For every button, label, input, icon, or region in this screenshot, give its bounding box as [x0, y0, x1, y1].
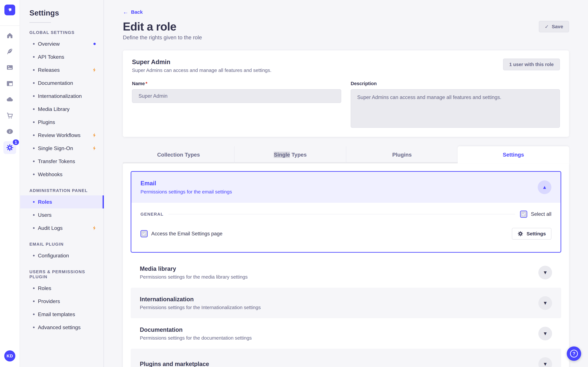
page-subtitle: Define the rights given to the role [123, 34, 569, 41]
section-label-global-settings: GLOBAL SETTINGS [29, 30, 95, 35]
name-input[interactable]: Super Admin [132, 89, 341, 103]
logo-section [0, 0, 20, 26]
sidebar-item-advanced-settings[interactable]: Advanced settings [20, 321, 104, 334]
expand-toggle-button[interactable]: ▼ [538, 296, 552, 310]
question-mark-icon: ? [570, 350, 578, 358]
sidebar-item-releases[interactable]: Releases [20, 63, 104, 76]
svg-text:i: i [9, 129, 10, 133]
expand-toggle-button[interactable]: ▼ [538, 357, 552, 367]
strapi-admin-screen: i 1 KD [0, 0, 588, 367]
select-all-checkbox[interactable] [520, 211, 527, 218]
general-section-label: GENERAL [140, 212, 164, 217]
sidebar-item-audit-logs[interactable]: Audit Logs [20, 222, 104, 234]
sidebar-item-plugins[interactable]: Plugins [20, 116, 104, 129]
info-icon[interactable]: i [6, 128, 14, 135]
permission-label: Access the Email Settings page [151, 231, 223, 237]
sidebar-item-transfer-tokens[interactable]: Transfer Tokens [20, 155, 104, 168]
name-field-label: Name* [132, 81, 341, 86]
email-panel-body: GENERAL Select all Access th [131, 203, 561, 252]
save-button[interactable]: ✓ Save [539, 21, 569, 32]
expand-toggle-button[interactable]: ▼ [538, 327, 552, 340]
chevron-down-icon: ▼ [543, 362, 548, 367]
strapi-logo-icon[interactable] [4, 5, 15, 15]
main-nav-rail: i 1 KD [0, 0, 20, 367]
cloud-icon[interactable] [6, 96, 14, 103]
sidebar-item-review-workflows[interactable]: Review Workflows [20, 129, 104, 142]
tab-single-types[interactable]: Single Types [234, 146, 346, 163]
email-permissions-panel: Email Permissions settings for the email… [131, 171, 561, 253]
user-avatar[interactable]: KD [4, 350, 15, 361]
description-field-group: Description Super Admins can access and … [351, 81, 560, 128]
rail-icon-list: i 1 [0, 26, 20, 154]
permissions-section: Collection Types Single Types Plugins Se… [123, 146, 569, 367]
media-library-accordion[interactable]: Media library Permissions settings for t… [131, 257, 561, 288]
permission-checkbox[interactable] [140, 230, 148, 237]
role-name-heading: Super Admin [132, 58, 271, 66]
internationalization-accordion[interactable]: Internationalization Permissions setting… [131, 288, 561, 318]
sidebar-item-admin-roles[interactable]: Roles [20, 195, 104, 209]
sidebar-item-email-configuration[interactable]: Configuration [20, 249, 104, 262]
sidebar-item-single-sign-on[interactable]: Single Sign-On [20, 142, 104, 155]
plugins-marketplace-accordion[interactable]: Plugins and marketplace ▼ [131, 349, 561, 367]
content-manager-icon[interactable] [6, 80, 14, 87]
media-library-icon[interactable] [6, 64, 14, 71]
marketplace-icon[interactable] [6, 112, 14, 119]
role-info-card: Super Admin Super Admins can access and … [123, 50, 569, 137]
lightning-bolt-icon [92, 67, 97, 73]
section-label-administration-panel: ADMINISTRATION PANEL [29, 188, 95, 193]
notification-dot-icon [94, 43, 96, 45]
chevron-down-icon: ▼ [543, 300, 548, 306]
description-field-label: Description [351, 81, 560, 86]
permission-settings-button[interactable]: Settings [512, 228, 551, 240]
sidebar-item-email-templates[interactable]: Email templates [20, 308, 104, 321]
sidebar-item-providers[interactable]: Providers [20, 295, 104, 308]
section-divider-line [168, 214, 515, 214]
gear-icon [518, 231, 523, 237]
select-all-label: Select all [531, 211, 551, 217]
main-content: ← Back Edit a role ✓ Save Define the rig… [104, 0, 588, 367]
back-link[interactable]: ← Back [123, 9, 143, 15]
sidebar-item-webhooks[interactable]: Webhooks [20, 168, 104, 181]
back-arrow-icon: ← [123, 9, 128, 15]
permissions-tab-bar: Collection Types Single Types Plugins Se… [123, 146, 569, 163]
email-accordion-header[interactable]: Email Permissions settings for the email… [131, 172, 561, 203]
chevron-down-icon: ▼ [543, 270, 548, 275]
lightning-bolt-icon [92, 225, 97, 231]
role-description-text: Super Admins can access and manage all f… [132, 67, 271, 73]
content-type-builder-icon[interactable] [6, 48, 14, 55]
sidebar-item-overview[interactable]: Overview [20, 37, 104, 50]
page-title: Edit a role [123, 20, 176, 33]
help-button[interactable]: ? [567, 346, 581, 361]
check-icon: ✓ [545, 24, 549, 30]
sidebar-item-admin-users[interactable]: Users [20, 209, 104, 222]
tab-settings[interactable]: Settings [458, 146, 569, 163]
sidebar-title: Settings [20, 0, 104, 17]
lightning-bolt-icon [92, 146, 97, 151]
chevron-up-icon: ▲ [542, 185, 547, 190]
lightning-bolt-icon [92, 133, 97, 138]
section-label-email-plugin: EMAIL PLUGIN [29, 242, 95, 247]
documentation-accordion[interactable]: Documentation Permissions settings for t… [131, 318, 561, 349]
sidebar-item-up-roles[interactable]: Roles [20, 282, 104, 295]
users-with-role-button[interactable]: 1 user with this role [503, 58, 560, 70]
settings-tab-panel: Email Permissions settings for the email… [123, 163, 569, 367]
select-all-group: Select all [520, 211, 551, 218]
tab-collection-types[interactable]: Collection Types [123, 146, 234, 163]
sidebar-divider [29, 22, 51, 23]
sidebar-item-internationalization[interactable]: Internationalization [20, 90, 104, 103]
sidebar-item-documentation[interactable]: Documentation [20, 76, 104, 90]
sidebar-item-api-tokens[interactable]: API Tokens [20, 50, 104, 63]
email-panel-subtitle: Permissions settings for the email setti… [140, 189, 232, 195]
sidebar-item-media-library[interactable]: Media Library [20, 103, 104, 116]
expand-toggle-button[interactable]: ▼ [538, 266, 552, 279]
required-asterisk: * [146, 81, 147, 86]
description-textarea[interactable]: Super Admins can access and manage all f… [351, 89, 560, 128]
section-label-users-permissions-plugin: USERS & PERMISSIONS PLUGIN [29, 269, 95, 279]
tab-plugins[interactable]: Plugins [346, 146, 458, 163]
permission-row: Access the Email Settings page [140, 230, 223, 237]
home-icon[interactable] [6, 32, 14, 40]
collapse-toggle-button[interactable]: ▲ [538, 180, 551, 194]
name-field-group: Name* Super Admin [132, 81, 341, 128]
email-panel-title: Email [140, 180, 232, 187]
settings-gear-icon[interactable]: 1 [3, 141, 16, 154]
